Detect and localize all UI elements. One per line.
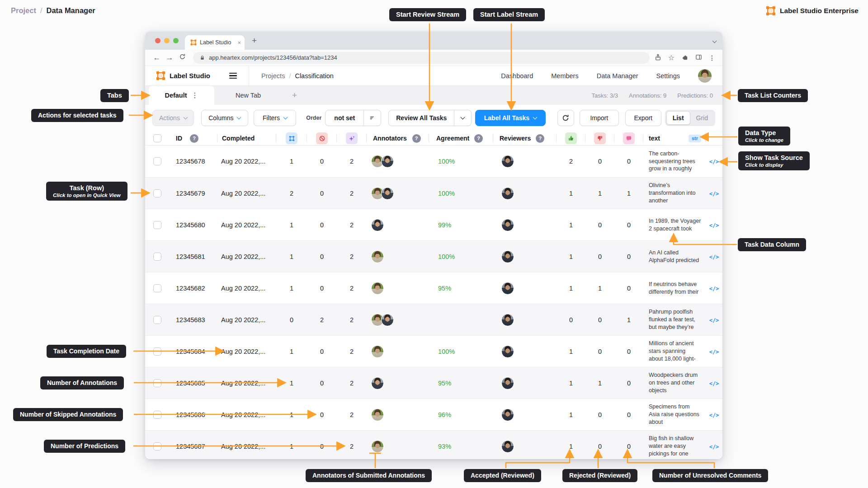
- chevron-down-icon[interactable]: [713, 36, 716, 44]
- show-task-source-icon[interactable]: </>: [709, 317, 719, 324]
- row-checkbox[interactable]: [153, 157, 161, 165]
- app-logo-icon[interactable]: [156, 71, 165, 80]
- row-checkbox[interactable]: [153, 411, 161, 419]
- show-task-source-icon[interactable]: </>: [709, 349, 719, 355]
- show-task-source-icon[interactable]: </>: [709, 222, 719, 229]
- select-all-checkbox[interactable]: [153, 134, 161, 142]
- forward-icon[interactable]: →: [164, 53, 175, 62]
- help-icon[interactable]: ?: [412, 134, 421, 143]
- address-bar[interactable]: app.heartex.com/projects/123456/data?tab…: [193, 52, 650, 64]
- window-zoom-button[interactable]: [173, 38, 179, 43]
- avatar-reviewer-man[interactable]: [501, 377, 514, 389]
- task-row[interactable]: 12345678 Aug 20 2022,... 1 0 2 100% 2 0 …: [145, 145, 722, 177]
- avatar-woman[interactable]: [371, 282, 384, 295]
- import-button[interactable]: Import: [580, 110, 619, 126]
- rejected-thumbs-down-icon[interactable]: [594, 132, 606, 144]
- data-type-badge[interactable]: str: [689, 135, 701, 142]
- task-row[interactable]: 12345679 Aug 20 2022,... 2 0 2 100% 1 1 …: [145, 177, 722, 209]
- col-header-reviewers[interactable]: Reviewers: [500, 135, 531, 142]
- task-row[interactable]: 12345681 Aug 20 2022,... 1 0 2 100% 1 0 …: [145, 240, 722, 272]
- app-logo-text[interactable]: Label Studio: [170, 72, 210, 80]
- show-task-source-icon[interactable]: </>: [709, 286, 719, 292]
- share-icon[interactable]: [654, 54, 662, 62]
- predictions-sparkles-icon[interactable]: [346, 132, 358, 144]
- order-direction-button[interactable]: [364, 110, 381, 126]
- avatar-woman[interactable]: [371, 250, 384, 263]
- row-checkbox[interactable]: [153, 221, 161, 229]
- window-minimize-button[interactable]: [164, 38, 170, 43]
- col-header-text[interactable]: text: [649, 135, 660, 142]
- show-task-source-icon[interactable]: </>: [709, 444, 719, 450]
- columns-button[interactable]: Columns: [201, 110, 248, 126]
- avatar-man[interactable]: [381, 155, 394, 168]
- side-panel-icon[interactable]: [694, 54, 703, 62]
- avatar-reviewer-man[interactable]: [501, 219, 514, 231]
- review-all-tasks-dropdown[interactable]: [454, 110, 472, 126]
- user-avatar[interactable]: [698, 69, 712, 83]
- avatar-reviewer-man[interactable]: [501, 345, 514, 358]
- skipped-annotations-icon[interactable]: [316, 132, 328, 144]
- task-row[interactable]: 12345685 Aug 20 2022,... 1 0 2 95% 1 1 0…: [145, 367, 722, 399]
- add-tab-icon[interactable]: +: [282, 90, 307, 100]
- nav-link-members[interactable]: Members: [551, 72, 578, 80]
- nav-link-dashboard[interactable]: Dashboard: [501, 72, 533, 80]
- show-task-source-icon[interactable]: </>: [709, 412, 719, 418]
- hamburger-menu-icon[interactable]: [229, 73, 237, 79]
- avatar-reviewer-man[interactable]: [501, 440, 514, 453]
- help-icon[interactable]: ?: [474, 134, 483, 143]
- window-close-button[interactable]: [155, 38, 160, 43]
- row-checkbox[interactable]: [153, 316, 161, 324]
- browser-tab[interactable]: Label Studio ×: [185, 35, 245, 50]
- review-all-tasks-button[interactable]: Review All Tasks: [388, 110, 454, 126]
- col-header-annotators[interactable]: Annotators: [373, 135, 407, 142]
- row-checkbox[interactable]: [153, 347, 161, 356]
- avatar-woman[interactable]: [371, 440, 384, 453]
- task-row[interactable]: 12345687 Aug 20 2022,... 1 0 2 93% 1 0 0…: [145, 430, 722, 459]
- col-header-id[interactable]: ID: [176, 135, 182, 142]
- avatar-reviewer-man[interactable]: [501, 314, 514, 326]
- back-icon[interactable]: ←: [151, 53, 162, 62]
- tab-new-tab[interactable]: New Tab: [214, 86, 282, 105]
- row-checkbox[interactable]: [153, 284, 161, 292]
- tab-default[interactable]: Default ⋮: [149, 86, 214, 105]
- avatar-reviewer-man[interactable]: [501, 187, 514, 200]
- avatar-reviewer-man[interactable]: [501, 282, 514, 295]
- show-task-source-icon[interactable]: </>: [709, 254, 719, 260]
- task-row[interactable]: 12345683 Aug 20 2022,... 0 2 2 0 0 1 Pah…: [145, 304, 722, 335]
- show-task-source-icon[interactable]: </>: [709, 380, 719, 387]
- col-header-completed[interactable]: Completed: [222, 135, 255, 142]
- help-icon[interactable]: ?: [190, 134, 198, 143]
- row-checkbox[interactable]: [153, 379, 161, 387]
- comments-icon[interactable]: [623, 132, 635, 144]
- extensions-icon[interactable]: [681, 54, 689, 62]
- avatar-man[interactable]: [371, 377, 384, 389]
- row-checkbox[interactable]: [153, 253, 161, 261]
- avatar-man[interactable]: [381, 314, 394, 326]
- task-row[interactable]: 12345686 Aug 20 2022,... 1 0 2 96% 1 0 0…: [145, 399, 722, 430]
- col-header-agreement[interactable]: Agreement: [436, 135, 469, 142]
- show-task-source-icon[interactable]: </>: [709, 191, 719, 197]
- accepted-thumbs-up-icon[interactable]: [565, 132, 577, 144]
- breadcrumb-projects[interactable]: Projects: [261, 72, 285, 80]
- task-row[interactable]: 12345680 Aug 20 2022,... 1 0 2 99% 1 0 0…: [145, 209, 722, 240]
- annotated-results-icon[interactable]: [286, 132, 297, 144]
- export-button[interactable]: Export: [625, 110, 661, 126]
- tab-close-icon[interactable]: ×: [237, 39, 241, 46]
- refresh-button[interactable]: [557, 110, 574, 126]
- browser-menu-kebab-icon[interactable]: ⋮: [708, 54, 716, 61]
- actions-button[interactable]: Actions: [152, 110, 194, 126]
- show-task-source-icon[interactable]: </>: [709, 159, 719, 165]
- avatar-reviewer-man[interactable]: [501, 408, 514, 421]
- avatar-woman[interactable]: [371, 408, 384, 421]
- filters-button[interactable]: Filters: [254, 110, 297, 126]
- nav-link-settings[interactable]: Settings: [656, 72, 680, 80]
- row-checkbox[interactable]: [153, 189, 161, 197]
- new-tab-icon[interactable]: +: [252, 35, 257, 46]
- task-row[interactable]: 12345684 Aug 20 2022,... 1 0 2 100% 1 0 …: [145, 335, 722, 367]
- avatar-reviewer-man[interactable]: [501, 250, 514, 263]
- avatar-man[interactable]: [381, 187, 394, 200]
- tab-menu-kebab-icon[interactable]: ⋮: [192, 91, 198, 99]
- breadcrumb-project[interactable]: Project: [11, 6, 36, 15]
- list-view-button[interactable]: List: [666, 111, 690, 125]
- task-row[interactable]: 12345682 Aug 20 2022,... 1 0 2 95% 1 1 0…: [145, 272, 722, 304]
